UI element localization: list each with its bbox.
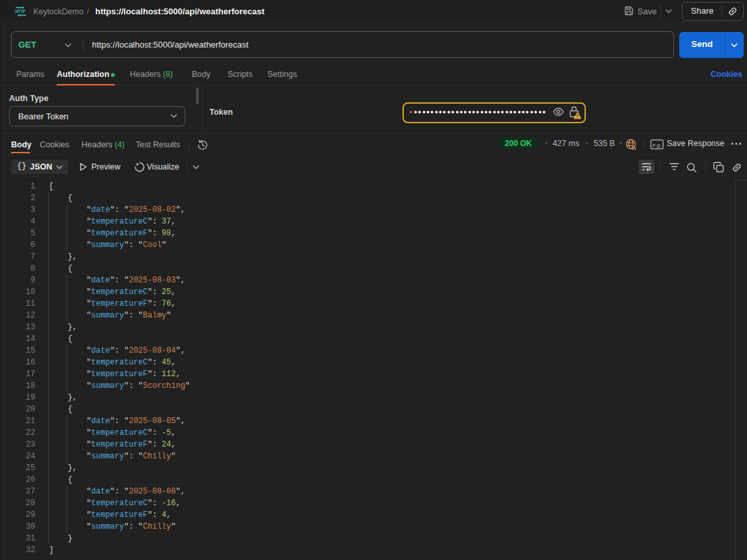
svg-text:HTTP: HTTP: [15, 8, 25, 14]
svg-text:e.g.: e.g.: [652, 142, 661, 148]
